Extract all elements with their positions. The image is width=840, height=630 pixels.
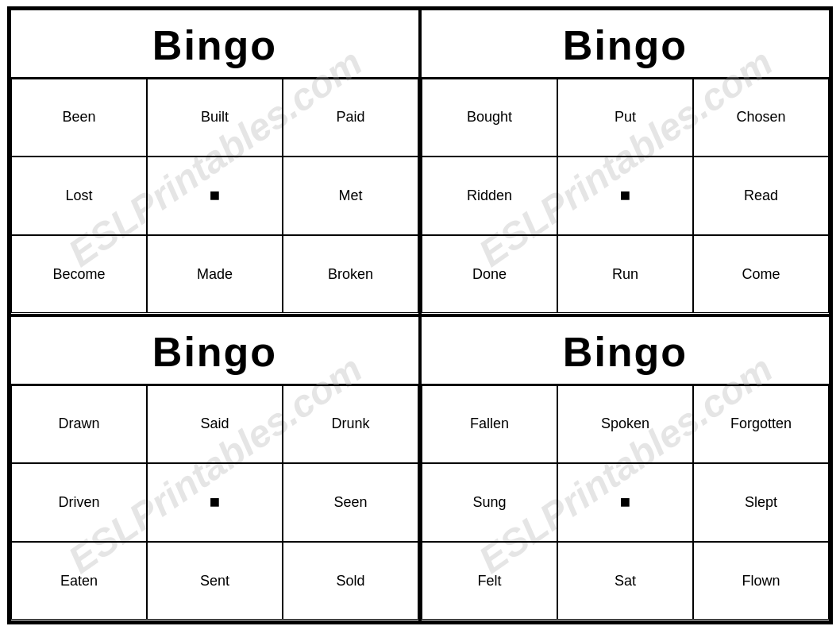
bingo-title-top-left: Bingo: [11, 10, 418, 79]
bingo-cell: Bought: [422, 79, 557, 157]
bingo-cell: Drawn: [11, 385, 147, 464]
bingo-cell: Read: [693, 157, 829, 235]
bingo-grid-top-right: BoughtPutChosenRidden■ReadDoneRunCome: [422, 79, 829, 314]
quadrant-top-left: ESLPrintables.comBingoBeenBuiltPaidLost■…: [10, 9, 420, 315]
bingo-cell: Slept: [693, 463, 829, 542]
bingo-cell: Ridden: [422, 157, 557, 235]
bingo-title-top-right: Bingo: [422, 10, 829, 79]
bingo-cell: Lost: [11, 157, 147, 235]
bingo-cell: ■: [147, 157, 283, 235]
bingo-cell: Drunk: [283, 385, 418, 464]
quadrant-bottom-right: ESLPrintables.comBingoFallenSpokenForgot…: [420, 315, 830, 622]
bingo-cell: Sat: [557, 542, 693, 620]
bingo-cell: Said: [147, 385, 283, 464]
bingo-cell: Met: [283, 157, 418, 235]
quadrant-top-right: ESLPrintables.comBingoBoughtPutChosenRid…: [420, 9, 830, 315]
bingo-cell: Paid: [283, 79, 418, 157]
bingo-cell: Put: [557, 79, 693, 157]
bingo-cell: Become: [11, 235, 147, 314]
bingo-title-bottom-right: Bingo: [422, 317, 829, 385]
bingo-cell: Felt: [422, 542, 557, 620]
bingo-cell: Been: [11, 79, 147, 157]
bingo-cell: Spoken: [557, 385, 693, 464]
bingo-cell: ■: [557, 157, 693, 235]
bingo-grid-bottom-left: DrawnSaidDrunkDriven■SeenEatenSentSold: [11, 385, 418, 620]
bingo-cell: ■: [557, 463, 693, 542]
bingo-title-bottom-left: Bingo: [11, 317, 418, 385]
bingo-cell: Chosen: [693, 79, 829, 157]
bingo-cell: Sent: [147, 542, 283, 620]
bingo-board: ESLPrintables.comBingoBeenBuiltPaidLost■…: [7, 6, 833, 624]
bingo-cell: Run: [557, 235, 693, 314]
bingo-grid-bottom-right: FallenSpokenForgottenSung■SleptFeltSatFl…: [422, 385, 829, 620]
bingo-cell: Forgotten: [693, 385, 829, 464]
bingo-cell: Seen: [283, 463, 418, 542]
bingo-cell: Done: [422, 235, 557, 314]
bingo-cell: Sung: [422, 463, 557, 542]
bingo-grid-top-left: BeenBuiltPaidLost■MetBecomeMadeBroken: [11, 79, 418, 314]
bingo-cell: Eaten: [11, 542, 147, 620]
bingo-cell: Flown: [693, 542, 829, 620]
bingo-cell: ■: [147, 463, 283, 542]
bingo-cell: Driven: [11, 463, 147, 542]
bingo-cell: Made: [147, 235, 283, 314]
bingo-cell: Come: [693, 235, 829, 314]
bingo-cell: Sold: [283, 542, 418, 620]
bingo-cell: Fallen: [422, 385, 557, 464]
quadrant-bottom-left: ESLPrintables.comBingoDrawnSaidDrunkDriv…: [10, 315, 420, 622]
bingo-cell: Broken: [283, 235, 418, 314]
bingo-cell: Built: [147, 79, 283, 157]
